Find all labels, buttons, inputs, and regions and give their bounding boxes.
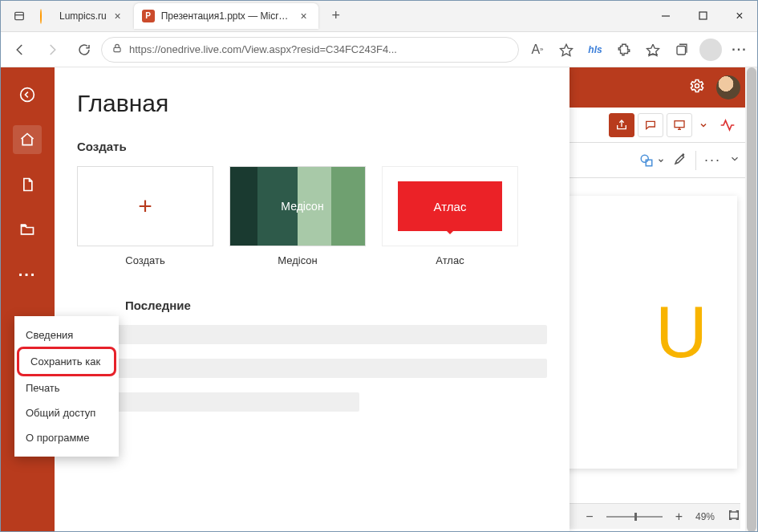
create-section-title: Создать [77, 140, 547, 153]
designer-button[interactable] [673, 152, 687, 169]
user-avatar[interactable] [716, 75, 740, 99]
menu-item-info[interactable]: Сведения [14, 323, 119, 347]
nav-back-button[interactable] [5, 36, 35, 63]
favorites-star-button[interactable] [553, 36, 580, 63]
svg-rect-9 [675, 120, 684, 127]
svg-point-8 [695, 84, 699, 88]
slide-placeholder-text: U [655, 291, 707, 374]
window-maximize-button[interactable] [684, 0, 721, 31]
address-bar[interactable]: https://onedrive.live.com/View.aspx?resi… [101, 37, 519, 63]
profile-button[interactable] [697, 36, 724, 63]
lumpics-favicon [40, 10, 53, 22]
read-aloud-button[interactable]: A» [524, 36, 551, 63]
ribbon-more-button[interactable]: ··· [704, 152, 721, 169]
template-blank[interactable]: + Создать [77, 166, 213, 266]
svg-marker-5 [561, 44, 573, 55]
backstage-sidebar: ··· Сведения Сохранить как Печать Общий … [0, 67, 55, 532]
svg-rect-7 [677, 46, 686, 55]
tab-actions-button[interactable] [6, 3, 32, 29]
page-scrollbar[interactable] [745, 67, 758, 532]
placeholder-row [77, 392, 359, 412]
zoom-slider[interactable] [606, 516, 663, 518]
svg-rect-15 [730, 512, 739, 518]
recent-files-loading [77, 325, 547, 412]
new-tab-button[interactable]: + [325, 5, 347, 27]
tab-close-button[interactable]: × [111, 10, 124, 22]
page-title: Главная [77, 90, 547, 117]
template-gallery: + Создать Медісон Медісон Атлас Атлас [77, 166, 547, 266]
activity-button[interactable] [715, 113, 740, 137]
ribbon-separator [695, 151, 696, 170]
favorites-button[interactable] [639, 36, 667, 63]
menu-item-save-as[interactable]: Сохранить как [17, 347, 116, 376]
window-minimize-button[interactable] [647, 0, 684, 31]
recent-section-title: Последние [125, 298, 547, 312]
zoom-percent[interactable]: 49% [695, 511, 715, 522]
svg-point-14 [683, 154, 684, 156]
browser-tab-powerpoint[interactable]: P Презентация1.pptx — Microsoft × [134, 3, 318, 29]
sidebar-more-button[interactable]: ··· [13, 260, 42, 289]
svg-rect-13 [646, 160, 652, 166]
sidebar-new-button[interactable] [13, 170, 42, 199]
slide-canvas[interactable]: U [561, 196, 737, 469]
template-caption: Медісон [278, 254, 317, 266]
file-backstage-panel: ··· Сведения Сохранить как Печать Общий … [0, 67, 570, 532]
powerpoint-favicon: P [142, 10, 155, 22]
browser-menu-button[interactable]: ··· [726, 36, 753, 63]
zoom-out-button[interactable]: − [586, 510, 593, 524]
template-madison[interactable]: Медісон Медісон [229, 166, 366, 266]
sidebar-overflow-menu: Сведения Сохранить как Печать Общий дост… [14, 316, 119, 457]
browser-toolbar: https://onedrive.live.com/View.aspx?resi… [0, 32, 758, 67]
browser-titlebar: Lumpics.ru × P Презентация1.pptx — Micro… [0, 0, 758, 32]
nav-refresh-button[interactable] [69, 36, 99, 63]
svg-point-12 [641, 155, 648, 162]
zoom-in-button[interactable]: + [675, 510, 683, 524]
template-caption: Атлас [436, 254, 464, 266]
fit-to-window-button[interactable] [728, 509, 740, 524]
lock-icon [111, 43, 123, 56]
window-close-button[interactable]: × [721, 0, 758, 31]
tab-title: Lumpics.ru [59, 10, 107, 22]
settings-gear-icon[interactable] [689, 78, 705, 97]
present-dropdown[interactable] [695, 113, 711, 137]
backstage-main: Главная Создать + Создать Медісон Медісо… [55, 67, 570, 532]
tab-title: Презентация1.pptx — Microsoft [161, 10, 293, 22]
menu-item-share[interactable]: Общий доступ [14, 400, 119, 425]
svg-rect-4 [114, 47, 120, 51]
menu-item-about[interactable]: О программе [14, 425, 119, 450]
collections-button[interactable] [668, 36, 695, 63]
svg-point-16 [21, 88, 34, 102]
template-atlas[interactable]: Атлас Атлас [382, 166, 518, 266]
template-caption: Создать [125, 254, 164, 266]
nav-forward-button[interactable] [37, 36, 67, 63]
status-bar: − + 49% [570, 503, 740, 529]
tab-close-button[interactable]: × [298, 10, 310, 22]
powerpoint-app-behind: ··· U − + 49% [570, 67, 745, 532]
url-text: https://onedrive.live.com/View.aspx?resi… [129, 43, 509, 55]
present-button[interactable] [667, 113, 692, 137]
back-button[interactable] [13, 80, 42, 109]
browser-tab-lumpics[interactable]: Lumpics.ru × [32, 3, 132, 29]
ribbon-chevron[interactable] [729, 153, 740, 168]
svg-rect-3 [699, 12, 707, 19]
shapes-button[interactable] [639, 153, 665, 168]
sidebar-open-button[interactable] [13, 215, 42, 244]
placeholder-row [77, 359, 547, 378]
sidebar-home-button[interactable] [13, 125, 42, 154]
template-thumb-text: Атлас [434, 200, 467, 213]
hls-extension-icon[interactable]: hls [582, 36, 609, 63]
template-thumb-text: Медісон [281, 200, 323, 213]
extensions-button[interactable] [610, 36, 638, 63]
svg-rect-0 [15, 12, 24, 19]
share-button[interactable] [609, 113, 634, 137]
plus-icon: + [138, 193, 152, 220]
menu-item-print[interactable]: Печать [14, 376, 119, 400]
comments-button[interactable] [638, 113, 663, 137]
placeholder-row [77, 325, 547, 344]
